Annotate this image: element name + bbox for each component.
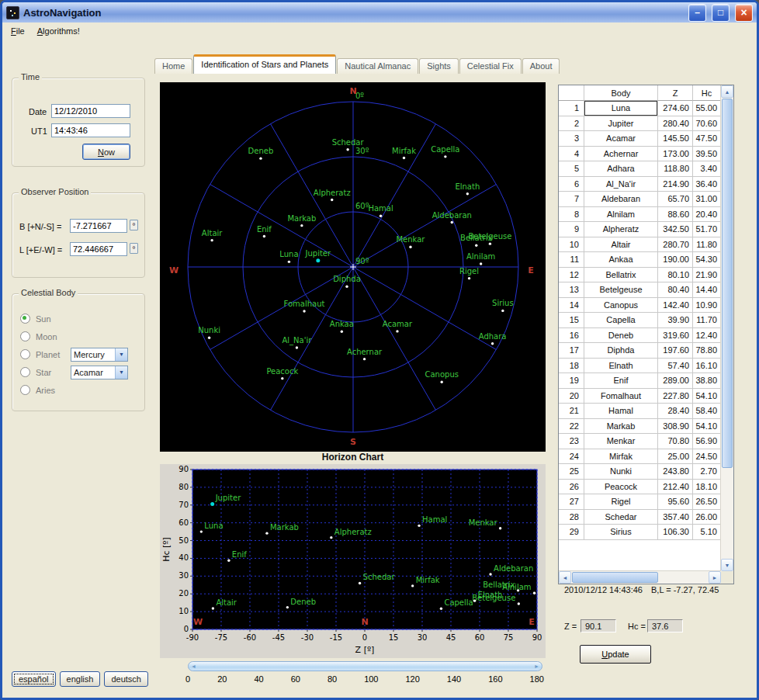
cell-body[interactable]: Alpheratz [584, 222, 658, 237]
cell-body[interactable]: Rigel [584, 494, 658, 510]
row-number[interactable]: 10 [559, 237, 584, 253]
cell-body[interactable]: Sirius [584, 525, 658, 540]
cell-body[interactable]: Altair [584, 237, 658, 253]
table-horizontal-scrollbar[interactable]: ◄ ► [559, 570, 721, 584]
ut1-input[interactable] [51, 123, 130, 137]
cell-hc[interactable]: 24.50 [693, 449, 721, 465]
radio-sun[interactable] [20, 314, 30, 324]
cell-hc[interactable]: 55.00 [693, 101, 721, 116]
cell-body[interactable]: Alnilam [584, 207, 658, 223]
cell-body[interactable]: Deneb [584, 328, 658, 344]
tab-sights[interactable]: Sights [419, 58, 459, 74]
cell-hc[interactable]: 54.10 [693, 389, 721, 404]
latitude-unit-button[interactable]: º [130, 220, 138, 230]
update-button[interactable]: Update [580, 645, 651, 664]
row-number[interactable]: 12 [559, 268, 584, 283]
titlebar[interactable]: AstroNavigation – □ × [2, 2, 757, 23]
cell-body[interactable]: Mirfak [584, 449, 658, 465]
cell-hc[interactable]: 38.80 [693, 373, 721, 389]
cell-body[interactable]: Hamal [584, 404, 658, 419]
cell-body[interactable]: Diphda [584, 343, 658, 359]
cell-hc[interactable]: 10.90 [693, 298, 721, 314]
row-number[interactable]: 13 [559, 282, 584, 298]
cell-body[interactable]: Menkar [584, 434, 658, 449]
cell-hc[interactable]: 11.70 [693, 313, 721, 328]
minimize-button[interactable]: – [688, 4, 706, 22]
cell-hc[interactable]: 2.70 [693, 464, 721, 480]
row-number[interactable]: 26 [559, 480, 584, 495]
scroll-left-icon[interactable]: ◄ [559, 571, 571, 584]
cell-body[interactable]: Canopus [584, 298, 658, 314]
row-number[interactable]: 16 [559, 328, 584, 344]
cell-z[interactable]: 280.40 [658, 116, 693, 132]
scroll-up-icon[interactable]: ▲ [721, 85, 733, 98]
cell-hc[interactable]: 3.40 [693, 161, 721, 177]
language-button-deutsch[interactable]: deutsch [104, 671, 148, 687]
cell-z[interactable]: 197.60 [658, 343, 693, 359]
cell-z[interactable]: 243.80 [658, 464, 693, 480]
cell-z[interactable]: 274.60 [658, 101, 693, 116]
scroll-right-icon[interactable]: ► [534, 662, 539, 671]
scroll-down-icon[interactable]: ▼ [721, 559, 733, 571]
table-vertical-scrollbar[interactable]: ▲ ▼ [720, 85, 733, 571]
cell-z[interactable]: 190.00 [658, 252, 693, 268]
row-number[interactable]: 28 [559, 510, 584, 525]
tab-nautical-almanac[interactable]: Nautical Almanac [337, 58, 418, 74]
cell-hc[interactable]: 18.10 [693, 480, 721, 495]
tab-home[interactable]: Home [154, 58, 192, 74]
tab-identification-of-stars-and-planets[interactable]: Identification of Stars and Planets [193, 54, 336, 74]
cell-hc[interactable]: 51.70 [693, 222, 721, 237]
language-button-english[interactable]: english [60, 671, 101, 687]
cell-body[interactable]: Aldebaran [584, 192, 658, 207]
cell-body[interactable]: Adhara [584, 161, 658, 177]
cell-body[interactable]: Jupiter [584, 116, 658, 132]
cell-z[interactable]: 342.50 [658, 222, 693, 237]
row-number[interactable]: 22 [559, 419, 584, 435]
cell-body[interactable]: Elnath [584, 359, 658, 374]
cell-z[interactable]: 39.90 [658, 313, 693, 328]
cell-z[interactable]: 70.80 [658, 434, 693, 449]
menu-file[interactable]: File [5, 25, 30, 37]
cell-hc[interactable]: 54.10 [693, 419, 721, 435]
date-input[interactable] [51, 104, 130, 118]
language-button-espanol[interactable]: español [12, 671, 56, 687]
cell-hc[interactable]: 11.80 [693, 237, 721, 253]
menu-algorithms[interactable]: Algorithms! [32, 25, 85, 37]
row-number[interactable]: 14 [559, 298, 584, 314]
cell-body[interactable]: Nunki [584, 464, 658, 480]
scroll-left-icon[interactable]: ◄ [191, 662, 196, 671]
cell-hc[interactable]: 39.50 [693, 147, 721, 162]
row-number[interactable]: 1 [559, 101, 584, 116]
cell-hc[interactable]: 56.90 [693, 434, 721, 449]
cell-z[interactable]: 173.00 [658, 147, 693, 162]
vertical-scroll-track[interactable] [722, 99, 733, 558]
cell-z[interactable]: 142.40 [658, 298, 693, 314]
cell-z[interactable]: 145.50 [658, 131, 693, 147]
scroll-right-icon[interactable]: ► [709, 571, 721, 584]
row-number[interactable]: 9 [559, 222, 584, 237]
cell-z[interactable]: 319.60 [658, 328, 693, 344]
cell-z[interactable]: 80.40 [658, 282, 693, 298]
cell-z[interactable]: 95.60 [658, 494, 693, 510]
longitude-input[interactable] [70, 242, 127, 256]
cell-z[interactable]: 106.30 [658, 525, 693, 540]
cell-body[interactable]: Bellatrix [584, 268, 658, 283]
row-number[interactable]: 27 [559, 494, 584, 510]
row-number[interactable]: 17 [559, 343, 584, 359]
star-combo[interactable]: Acamar▼ [71, 366, 128, 379]
cell-z[interactable]: 118.80 [658, 161, 693, 177]
cell-body[interactable]: Betelgeuse [584, 282, 658, 298]
cell-z[interactable]: 57.40 [658, 359, 693, 374]
radio-moon[interactable] [20, 331, 30, 341]
cell-hc[interactable]: 54.30 [693, 252, 721, 268]
cell-body[interactable]: Peacock [584, 480, 658, 495]
close-button[interactable]: × [735, 4, 753, 22]
planet-combo[interactable]: Mercury▼ [71, 348, 128, 362]
cell-z[interactable]: 25.00 [658, 449, 693, 465]
cell-z[interactable]: 289.00 [658, 373, 693, 389]
chevron-down-icon[interactable]: ▼ [115, 366, 127, 379]
cell-hc[interactable]: 31.00 [693, 192, 721, 207]
horizon-chart-canvas[interactable]: -90-75-60-45-30-150153045607590010203040… [160, 464, 546, 658]
row-number[interactable]: 18 [559, 359, 584, 374]
cell-hc[interactable]: 14.40 [693, 282, 721, 298]
